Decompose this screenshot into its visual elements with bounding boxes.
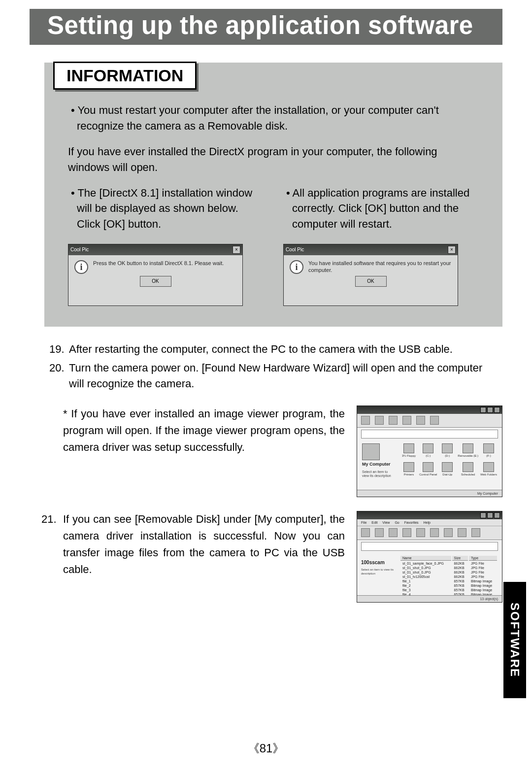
ok-button[interactable]: OK (355, 276, 387, 287)
drive-icon (483, 462, 494, 472)
undo-icon[interactable] (444, 528, 453, 537)
section-tab-label: SOFTWARE (508, 603, 522, 677)
back-icon[interactable] (361, 416, 370, 425)
table-cell: st_01_tv12005ost (400, 575, 451, 578)
drive-label: Printers (404, 473, 414, 476)
menu-item[interactable]: Favorites (404, 521, 419, 524)
minimize-icon[interactable] (480, 512, 486, 518)
info-col-right: • All application programs are installed… (283, 185, 479, 306)
table-cell: 862KB (452, 566, 468, 570)
table-row[interactable]: st_01_shot_0.JPG862KBJPG File (400, 571, 497, 574)
drive-icon (423, 462, 433, 472)
drive-icon (463, 462, 473, 472)
table-row[interactable]: file_3857KBBitmap Image (400, 588, 497, 592)
step-19-number: 19. (49, 341, 69, 357)
table-cell: 862KB (452, 571, 468, 574)
drive-icon (423, 443, 433, 453)
drive-item[interactable]: Printers (400, 462, 417, 478)
column-header[interactable]: Type (469, 556, 497, 561)
forward-icon[interactable] (375, 528, 384, 537)
drive-icon (403, 462, 414, 472)
copy-icon[interactable] (416, 528, 425, 537)
maximize-icon[interactable] (487, 512, 493, 518)
note-image-viewer: * If you have ever installed an image vi… (30, 405, 345, 456)
folder-label: 100sscam (361, 560, 396, 565)
table-cell: st_01_shot_0.JPG (400, 571, 451, 574)
step-20: 20. Turn the camera power on. [Found New… (49, 360, 498, 392)
table-cell: file_1 (400, 579, 451, 583)
drive-item[interactable]: Dial-Up (439, 462, 456, 478)
menu-item[interactable]: Help (424, 521, 431, 524)
menu-item[interactable]: View (382, 521, 390, 524)
step-20-number: 20. (49, 360, 69, 392)
info-col-left: • The [DirectX 8.1] installation window … (68, 185, 264, 306)
table-cell: Bitmap Image (469, 579, 497, 583)
screenshot-my-computer: My Computer Select an item to view its d… (357, 405, 502, 497)
up-icon[interactable] (389, 416, 398, 425)
information-body: • You must restart your computer after t… (44, 102, 502, 306)
menu-item[interactable]: Edit (371, 521, 377, 524)
column-header[interactable]: Name (400, 556, 451, 561)
paste-icon[interactable] (430, 528, 439, 537)
info-bullet-all-installed: • All application programs are installed… (283, 185, 479, 233)
table-cell: 857KB (452, 579, 468, 583)
copy-icon[interactable] (416, 416, 425, 425)
paste-icon[interactable] (430, 416, 439, 425)
properties-icon[interactable] (471, 528, 480, 537)
table-row[interactable]: st_01_shot_0.JPG862KBJPG File (400, 566, 497, 570)
drive-item[interactable]: (C:) (419, 443, 437, 459)
ok-button[interactable]: OK (140, 276, 171, 287)
address-bar[interactable] (361, 430, 498, 439)
cut-icon[interactable] (402, 528, 411, 537)
table-cell: 862KB (452, 575, 468, 578)
table-cell: Bitmap Image (469, 588, 497, 592)
close-icon[interactable]: × (233, 246, 240, 254)
steps-list: 19. After restarting the computer, conne… (49, 341, 502, 392)
column-header[interactable]: Size (452, 556, 468, 561)
drive-item[interactable]: Control Panel (419, 462, 437, 478)
table-cell: JPG File (469, 575, 497, 578)
up-icon[interactable] (389, 528, 398, 537)
window-titlebar (357, 406, 502, 414)
drive-label: Removable (E:) (458, 454, 478, 457)
drive-item[interactable]: 3½ Floppy (400, 443, 417, 459)
table-cell: file_3 (400, 588, 451, 592)
menu-item[interactable]: File (361, 521, 366, 524)
page-title: Setting up the application software (47, 11, 485, 40)
information-box: INFORMATION • You must restart your comp… (44, 63, 502, 327)
dialog1-titlebar: Cool Pic × (68, 244, 242, 255)
table-row[interactable]: st_01_sample_face_0.JPG862KBJPG File (400, 562, 497, 565)
table-row[interactable]: file_2857KBBitmap Image (400, 584, 497, 587)
drive-icon (463, 443, 473, 453)
menu-item[interactable]: Go (395, 521, 399, 524)
dialog1-title: Cool Pic (70, 246, 89, 254)
drive-label: 3½ Floppy (402, 454, 416, 457)
address-bar[interactable] (361, 542, 498, 551)
drive-item[interactable]: Scheduled (458, 462, 478, 478)
drive-item[interactable]: Removable (E:) (458, 443, 478, 459)
table-row[interactable]: file_1857KBBitmap Image (400, 579, 497, 583)
close-icon[interactable] (494, 407, 500, 413)
back-icon[interactable] (361, 528, 370, 537)
step-21-text: If you can see [Removable Disk] under [M… (63, 513, 345, 575)
drive-icon (403, 443, 414, 453)
information-heading: INFORMATION (66, 66, 183, 85)
window-toolbar (357, 414, 502, 428)
close-icon[interactable] (494, 512, 500, 518)
drive-item[interactable]: Web Folders (480, 462, 497, 478)
close-icon[interactable]: × (448, 246, 456, 254)
drive-label: (F:) (486, 454, 491, 457)
section-tab-software: SOFTWARE (503, 582, 526, 698)
window-menubar: FileEditViewGoFavoritesHelp (357, 519, 502, 526)
table-row[interactable]: st_01_tv12005ost862KBJPG File (400, 575, 497, 578)
drive-label: (D:) (445, 454, 450, 457)
delete-icon[interactable] (458, 528, 466, 537)
minimize-icon[interactable] (480, 407, 486, 413)
forward-icon[interactable] (375, 416, 384, 425)
maximize-icon[interactable] (487, 407, 493, 413)
drive-item[interactable]: (F:) (480, 443, 497, 459)
drive-item[interactable]: (D:) (439, 443, 456, 459)
drive-label: Dial-Up (442, 473, 452, 476)
dialog-directx-install: Cool Pic × i Press the OK button to inst… (68, 244, 243, 306)
cut-icon[interactable] (402, 416, 411, 425)
